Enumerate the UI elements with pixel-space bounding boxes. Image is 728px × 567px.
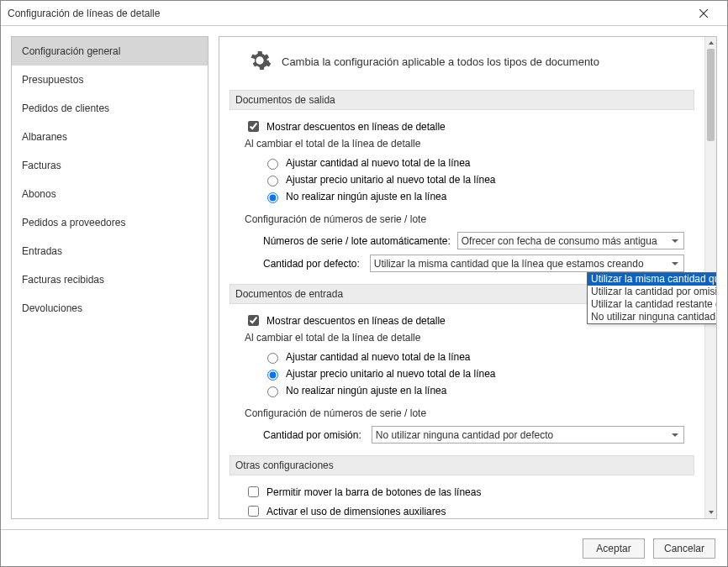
combo-default-qty-entrada[interactable]: No utilizar ninguna cantidad por defecto — [372, 426, 684, 444]
close-button[interactable] — [687, 2, 720, 25]
combo-value: Ofrecer con fecha de consumo más antigua — [462, 235, 668, 247]
page-header: Cambia la configuración aplicable a todo… — [229, 37, 694, 85]
section-body-entrada: Mostrar descuentos en líneas de detalle … — [229, 304, 694, 450]
cancel-button[interactable]: Cancelar — [653, 538, 715, 559]
radio-entrada-no-ajustar[interactable] — [267, 386, 278, 397]
radio-salida-no-ajustar[interactable] — [267, 192, 278, 203]
radio-salida-ajustar-precio[interactable] — [267, 176, 278, 186]
label-entrada-config-serie: Configuración de números de serie / lote — [245, 404, 684, 424]
radio-label: Ajustar cantidad al nuevo total de la lí… — [286, 157, 470, 169]
radio-entrada-ajustar-cantidad[interactable] — [267, 353, 278, 364]
checkbox-label: Permitir mover la barra de botones de la… — [266, 486, 481, 498]
sidebar-item-4[interactable]: Facturas — [12, 151, 208, 180]
sidebar-item-7[interactable]: Entradas — [12, 237, 208, 265]
scroll-down-arrow[interactable] — [705, 507, 716, 518]
combo-value: No utilizar ninguna cantidad por defecto — [376, 429, 668, 441]
combo-label-default-qty: Cantidad por defecto: — [263, 258, 360, 270]
radio-label: Ajustar cantidad al nuevo total de la lí… — [286, 351, 470, 363]
radio-label: Ajustar precio unitario al nuevo total d… — [286, 174, 496, 186]
checkbox-entrada-mostrar-descuentos[interactable] — [248, 315, 259, 326]
checkbox-permitir-mover-barra[interactable] — [248, 486, 259, 497]
label-salida-config-serie: Configuración de números de serie / lote — [245, 210, 684, 230]
radio-entrada-ajustar-precio[interactable] — [267, 370, 278, 381]
svg-marker-5 — [709, 41, 714, 45]
chevron-down-icon — [668, 255, 680, 271]
sidebar-item-1[interactable]: Presupuestos — [12, 66, 208, 94]
sidebar-item-3[interactable]: Albaranes — [12, 123, 208, 151]
svg-marker-4 — [672, 433, 678, 437]
page-title: Cambia la configuración aplicable a todo… — [282, 55, 599, 68]
dropdown-option-3[interactable]: No utilizar ninguna cantidad por defecto — [588, 311, 717, 323]
sidebar-item-5[interactable]: Abonos — [12, 180, 208, 208]
chevron-down-icon — [668, 427, 680, 443]
dialog-window: Configuración de líneas de detalle Confi… — [0, 0, 728, 567]
chevron-down-icon — [668, 233, 680, 249]
svg-marker-3 — [672, 262, 678, 265]
radio-salida-ajustar-cantidad[interactable] — [267, 159, 278, 170]
dropdown-option-0[interactable]: Utilizar la misma cantidad que la línea … — [588, 273, 717, 286]
checkbox-activar-dimensiones[interactable] — [248, 506, 259, 517]
dropdown-open-default-qty: Utilizar la misma cantidad que la línea … — [587, 272, 717, 324]
sidebar-item-9[interactable]: Devoluciones — [12, 294, 208, 323]
label-entrada-cambiar-total: Al cambiar el total de la línea de detal… — [245, 330, 684, 347]
svg-marker-6 — [709, 511, 714, 514]
dialog-body: Configuración generalPresupuestosPedidos… — [1, 26, 727, 529]
scroll-thumb[interactable] — [707, 49, 715, 141]
checkbox-label: Activar el uso de dimensiones auxiliares — [266, 506, 446, 517]
label-salida-cambiar-total: Al cambiar el total de la línea de detal… — [245, 136, 684, 153]
combo-default-qty-salida[interactable]: Utilizar la misma cantidad que la línea … — [370, 255, 684, 272]
combo-auto-serial[interactable]: Ofrecer con fecha de consumo más antigua — [457, 232, 684, 249]
section-header-salida: Documentos de salida — [229, 90, 694, 110]
dropdown-option-1[interactable]: Utilizar la cantidad por omisión configu… — [588, 286, 717, 298]
sidebar-item-0[interactable]: Configuración general — [12, 37, 208, 66]
radio-label: Ajustar precio unitario al nuevo total d… — [286, 368, 496, 380]
checkbox-label: Mostrar descuentos en líneas de detalle — [266, 121, 446, 133]
radio-label: No realizar ningún ajuste en la línea — [286, 191, 446, 202]
section-header-otras: Otras configuraciones — [229, 455, 694, 475]
sidebar: Configuración generalPresupuestosPedidos… — [11, 36, 208, 519]
combo-label-default-qty-entrada: Cantidad por omisión: — [263, 429, 361, 441]
sidebar-item-8[interactable]: Facturas recibidas — [12, 265, 208, 294]
dropdown-option-2[interactable]: Utilizar la cantidad restante de la líne… — [588, 298, 717, 311]
dialog-footer: Aceptar Cancelar — [1, 529, 727, 566]
sidebar-item-6[interactable]: Pedidos a proveedores — [12, 208, 208, 237]
radio-label: No realizar ningún ajuste en la línea — [286, 385, 446, 396]
main-panel: Cambia la configuración aplicable a todo… — [219, 36, 717, 519]
gear-icon — [248, 49, 272, 75]
scroll-up-arrow[interactable] — [705, 37, 716, 49]
checkbox-salida-mostrar-descuentos[interactable] — [248, 121, 259, 132]
section-body-salida: Mostrar descuentos en líneas de detalle … — [229, 110, 694, 279]
section-body-otras: Permitir mover la barra de botones de la… — [229, 475, 694, 518]
svg-marker-2 — [672, 239, 678, 243]
checkbox-label: Mostrar descuentos en líneas de detalle — [266, 315, 446, 327]
combo-value: Utilizar la misma cantidad que la línea … — [374, 258, 668, 270]
sidebar-item-2[interactable]: Pedidos de clientes — [12, 94, 208, 123]
window-title: Configuración de líneas de detalle — [8, 8, 687, 19]
accept-button[interactable]: Aceptar — [583, 538, 645, 559]
combo-label-auto-serial: Números de serie / lote automáticamente: — [263, 235, 451, 247]
titlebar: Configuración de líneas de detalle — [1, 1, 727, 26]
